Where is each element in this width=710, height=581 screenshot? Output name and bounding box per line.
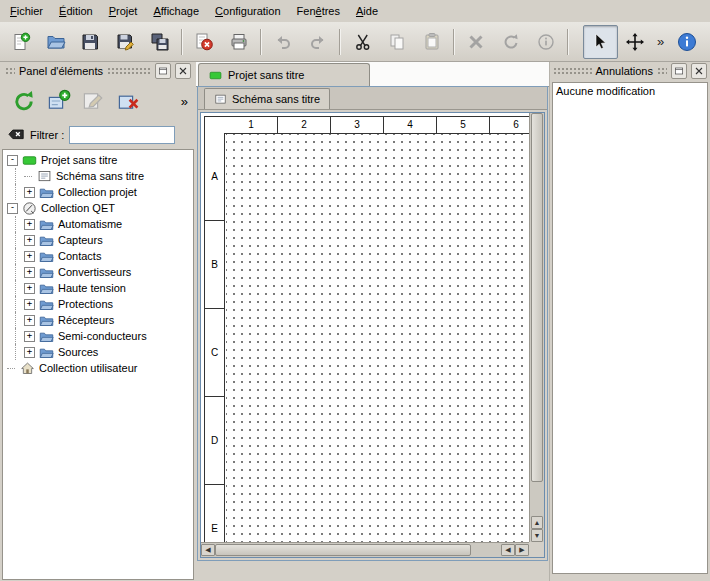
menu-projet[interactable]: Projet xyxy=(101,0,146,22)
undo-button[interactable] xyxy=(266,25,301,59)
tree-guide xyxy=(7,296,16,312)
delete-element-button[interactable] xyxy=(111,85,146,117)
new-element-button[interactable] xyxy=(41,85,76,117)
horizontal-scrollbar-thumb[interactable] xyxy=(215,544,471,556)
tree-expander[interactable]: - xyxy=(7,203,18,214)
tree-expander[interactable]: + xyxy=(24,187,35,198)
edit-element-icon xyxy=(82,89,106,113)
tree-guide xyxy=(7,264,16,280)
diagram-tabbar: Schéma sans titre xyxy=(198,87,547,110)
vertical-scrollbar[interactable]: ▲ ▼ xyxy=(529,113,544,542)
tree-item-semi-conducteurs[interactable]: +Semi-conducteurs xyxy=(3,328,193,344)
rotate-button[interactable] xyxy=(494,25,529,59)
toolbar-separator xyxy=(453,29,455,55)
dock-grip[interactable] xyxy=(5,67,15,75)
element-info-button[interactable] xyxy=(528,25,563,59)
rotate-icon xyxy=(501,32,521,52)
folder-icon xyxy=(39,185,54,200)
new-document-button[interactable] xyxy=(4,25,39,59)
folder-icon xyxy=(39,281,54,296)
clear-filter-icon[interactable] xyxy=(7,126,25,144)
about-button[interactable] xyxy=(669,25,704,59)
tree-expander[interactable]: + xyxy=(24,347,35,358)
grid-area[interactable] xyxy=(226,134,529,542)
diagram-tab[interactable]: Schéma sans titre xyxy=(204,88,330,109)
tree-guide xyxy=(7,232,16,248)
horizontal-scrollbar[interactable]: ◀ ◀ ▶ xyxy=(201,542,529,557)
ruler-column-4: 4 xyxy=(384,117,437,133)
dock-grip[interactable] xyxy=(553,67,592,75)
scroll-right-button[interactable]: ▶ xyxy=(515,544,529,556)
select-tool-button[interactable] xyxy=(583,25,618,59)
vertical-scrollbar-thumb[interactable] xyxy=(531,113,543,482)
tree-item-protections[interactable]: +Protections xyxy=(3,296,193,312)
tree-expander[interactable]: + xyxy=(24,235,35,246)
menu-fichier[interactable]: Fichier xyxy=(2,0,51,22)
save-all-button[interactable] xyxy=(142,25,177,59)
tree-item-contacts[interactable]: +Contacts xyxy=(3,248,193,264)
dock-grip[interactable] xyxy=(657,67,667,75)
tree-expander[interactable]: + xyxy=(24,299,35,310)
tree-item-haute-tension[interactable]: +Haute tension xyxy=(3,280,193,296)
tree-item-collection-qet[interactable]: -Collection QET xyxy=(3,200,193,216)
move-tool-button[interactable] xyxy=(618,25,653,59)
tree-item-sources[interactable]: +Sources xyxy=(3,344,193,360)
edit-element-button[interactable] xyxy=(76,85,111,117)
menu-configuration[interactable]: Configuration xyxy=(207,0,288,22)
diagram-canvas[interactable]: 123456 ABCDE xyxy=(201,113,529,542)
float-panel-button[interactable] xyxy=(155,63,171,79)
tree-item-recepteurs[interactable]: +Récepteurs xyxy=(3,312,193,328)
tree-expander[interactable]: + xyxy=(24,251,35,262)
tree-expander[interactable]: + xyxy=(24,331,35,342)
elements-panel-titlebar[interactable]: Panel d'éléments xyxy=(2,62,194,80)
menu-aide[interactable]: Aide xyxy=(348,0,386,22)
tree-item-projet-sans-titre[interactable]: -Projet sans titre xyxy=(3,152,193,168)
tree-item-collection-projet[interactable]: +Collection projet xyxy=(3,184,193,200)
tree-expander[interactable]: + xyxy=(24,283,35,294)
redo-button[interactable] xyxy=(301,25,336,59)
toolbar-separator xyxy=(181,29,183,55)
copy-button[interactable] xyxy=(380,25,415,59)
save-button[interactable] xyxy=(73,25,108,59)
delete-element-icon xyxy=(117,89,141,113)
undo-panel-titlebar[interactable]: Annulations xyxy=(550,62,710,80)
scroll-down-button[interactable]: ▼ xyxy=(531,529,543,542)
float-panel-button[interactable] xyxy=(671,63,687,79)
tree-expander[interactable]: - xyxy=(7,155,18,166)
close-panel-button[interactable] xyxy=(175,63,191,79)
scroll-left-button-2[interactable]: ◀ xyxy=(501,544,515,556)
tree-item-convertisseurs[interactable]: +Convertisseurs xyxy=(3,264,193,280)
tree-item-label: Automatisme xyxy=(58,218,122,230)
panel-overflow-chevron[interactable]: » xyxy=(181,94,190,109)
menu-fenetres[interactable]: Fenêtres xyxy=(289,0,348,22)
cut-button[interactable] xyxy=(345,25,380,59)
save-as-button[interactable] xyxy=(108,25,143,59)
close-file-button[interactable] xyxy=(187,25,222,59)
toolbar-overflow-chevron[interactable]: » xyxy=(652,34,669,49)
filter-input[interactable] xyxy=(69,126,175,144)
tree-item-capteurs[interactable]: +Capteurs xyxy=(3,232,193,248)
paste-button[interactable] xyxy=(415,25,450,59)
tree-item-automatisme[interactable]: +Automatisme xyxy=(3,216,193,232)
tree-item-schema-sans-titre[interactable]: Schéma sans titre xyxy=(3,168,193,184)
menu-affichage[interactable]: Affichage xyxy=(145,0,207,22)
tree-item-collection-utilisateur[interactable]: Collection utilisateur xyxy=(3,360,193,376)
tree-expander[interactable]: + xyxy=(24,267,35,278)
reload-collections-button[interactable] xyxy=(6,85,41,117)
close-panel-button[interactable] xyxy=(691,63,707,79)
tree-expander[interactable]: + xyxy=(24,315,35,326)
print-button[interactable] xyxy=(222,25,257,59)
folder-icon xyxy=(39,329,54,344)
open-button[interactable] xyxy=(39,25,74,59)
tree-item-label: Capteurs xyxy=(58,234,103,246)
dock-grip[interactable] xyxy=(107,67,151,75)
menu-edition[interactable]: Édition xyxy=(51,0,101,22)
tree-expander[interactable]: + xyxy=(24,219,35,230)
folder-icon xyxy=(39,345,54,360)
scroll-left-button[interactable]: ◀ xyxy=(201,544,215,556)
undo-history-list[interactable]: Aucune modification xyxy=(552,82,708,574)
scroll-up-button[interactable]: ▲ xyxy=(531,516,543,529)
float-icon xyxy=(673,65,685,77)
project-tab[interactable]: Projet sans titre xyxy=(198,63,370,86)
delete-button[interactable] xyxy=(459,25,494,59)
